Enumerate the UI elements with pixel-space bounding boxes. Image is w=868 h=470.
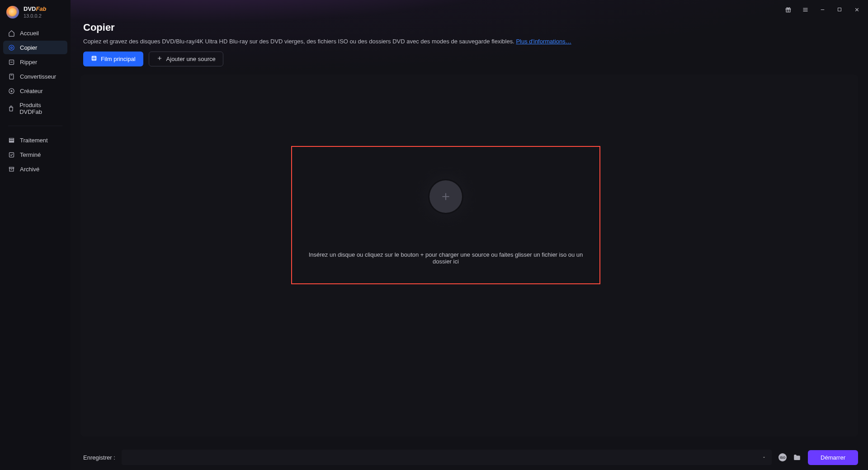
- titlebar: [71, 0, 868, 19]
- plus-icon: [440, 191, 452, 202]
- queue-icon: [8, 136, 15, 144]
- task-nav: Traitement Terminé Archivé: [0, 132, 71, 177]
- sidebar-item-archive[interactable]: Archivé: [3, 162, 67, 176]
- main-movie-button[interactable]: Film principal: [83, 52, 143, 66]
- sidebar: DVDFab 13.0.0.2 Accueil Copier Ripper: [0, 0, 71, 470]
- dropzone-plus-button[interactable]: [429, 180, 462, 213]
- svg-rect-7: [9, 142, 14, 142]
- gift-icon[interactable]: [781, 3, 795, 16]
- sidebar-item-traitement[interactable]: Traitement: [3, 133, 67, 147]
- sidebar-item-label: Traitement: [20, 137, 48, 144]
- bag-icon: [8, 105, 14, 112]
- sidebar-item-accueil[interactable]: Accueil: [3, 26, 67, 40]
- sidebar-item-label: Accueil: [20, 30, 39, 37]
- primary-nav: Accueil Copier Ripper Convertisseur Créa…: [0, 25, 71, 120]
- sidebar-item-label: Archivé: [20, 166, 39, 173]
- plus-icon: [156, 55, 163, 63]
- page-description: Copiez et gravez des disques DVD/Blu-ray…: [83, 38, 855, 45]
- action-row: Film principal Ajouter une source: [83, 52, 855, 66]
- svg-point-0: [9, 45, 14, 50]
- close-icon[interactable]: [850, 3, 863, 16]
- app-logo-row: DVDFab 13.0.0.2: [0, 6, 71, 25]
- dropzone-text: Insérez un disque ou cliquez sur le bout…: [292, 251, 599, 265]
- app-name: DVDFab: [24, 6, 47, 12]
- svg-rect-8: [9, 152, 14, 157]
- svg-rect-9: [9, 167, 14, 169]
- app-version: 13.0.0.2: [24, 13, 47, 19]
- svg-rect-11: [838, 8, 841, 11]
- folder-output-button[interactable]: [793, 453, 802, 462]
- iso-badge-icon: ISO: [778, 453, 787, 461]
- app-name-plain: DVD: [24, 5, 36, 12]
- svg-point-1: [10, 47, 12, 49]
- chevron-down-icon: [762, 455, 766, 460]
- sidebar-item-label: Produits DVDFab: [19, 102, 63, 115]
- content-panel: Insérez un disque ou cliquez sur le bout…: [80, 75, 858, 437]
- app-name-accent: Fab: [36, 5, 46, 12]
- sidebar-item-termine[interactable]: Terminé: [3, 148, 67, 161]
- convert-icon: [8, 73, 15, 80]
- folder-icon: [793, 453, 801, 461]
- sidebar-item-createur[interactable]: Créateur: [3, 84, 67, 98]
- sidebar-item-label: Terminé: [20, 151, 41, 158]
- start-button[interactable]: Démarrer: [808, 450, 858, 465]
- sidebar-separator: [8, 126, 62, 126]
- dropzone-highlighted[interactable]: Insérez un disque ou cliquez sur le bout…: [291, 146, 600, 284]
- main-area: Copier Copiez et gravez des disques DVD/…: [71, 0, 868, 470]
- film-icon: [91, 55, 97, 63]
- sidebar-item-label: Créateur: [20, 88, 43, 94]
- done-icon: [8, 151, 15, 158]
- footer: Enregistrer : ISO Démarrer: [71, 445, 868, 470]
- sidebar-item-copier[interactable]: Copier: [3, 41, 67, 54]
- add-source-button[interactable]: Ajouter une source: [149, 52, 223, 66]
- svg-rect-3: [9, 74, 14, 79]
- save-to-select[interactable]: [122, 450, 772, 465]
- create-icon: [8, 87, 15, 94]
- save-to-label: Enregistrer :: [83, 454, 115, 461]
- sidebar-item-ripper[interactable]: Ripper: [3, 55, 67, 69]
- menu-icon[interactable]: [798, 3, 812, 16]
- button-label: Ajouter une source: [166, 56, 216, 62]
- dropzone-plus-halo: [415, 165, 477, 228]
- minimize-icon[interactable]: [816, 3, 829, 16]
- button-label: Film principal: [101, 56, 136, 62]
- svg-rect-5: [9, 138, 14, 140]
- more-info-link[interactable]: Plus d'informations…: [516, 38, 571, 45]
- sidebar-item-label: Convertisseur: [20, 73, 56, 80]
- sidebar-item-convertisseur[interactable]: Convertisseur: [3, 70, 67, 83]
- sidebar-item-label: Ripper: [20, 59, 37, 66]
- page-description-text: Copiez et gravez des disques DVD/Blu-ray…: [83, 38, 516, 45]
- svg-rect-6: [9, 140, 14, 141]
- svg-rect-12: [92, 56, 96, 60]
- home-icon: [8, 29, 15, 37]
- app-logo-icon: [6, 6, 19, 19]
- page-title: Copier: [83, 22, 855, 33]
- footer-icons: ISO: [778, 453, 802, 462]
- sidebar-item-label: Copier: [20, 44, 37, 51]
- iso-output-button[interactable]: ISO: [778, 453, 787, 462]
- maximize-icon[interactable]: [833, 3, 846, 16]
- disc-icon: [8, 44, 15, 51]
- ripper-icon: [8, 58, 15, 66]
- app-logo-text: DVDFab 13.0.0.2: [24, 6, 47, 19]
- archive-icon: [8, 165, 15, 173]
- sidebar-item-produits[interactable]: Produits DVDFab: [3, 99, 67, 118]
